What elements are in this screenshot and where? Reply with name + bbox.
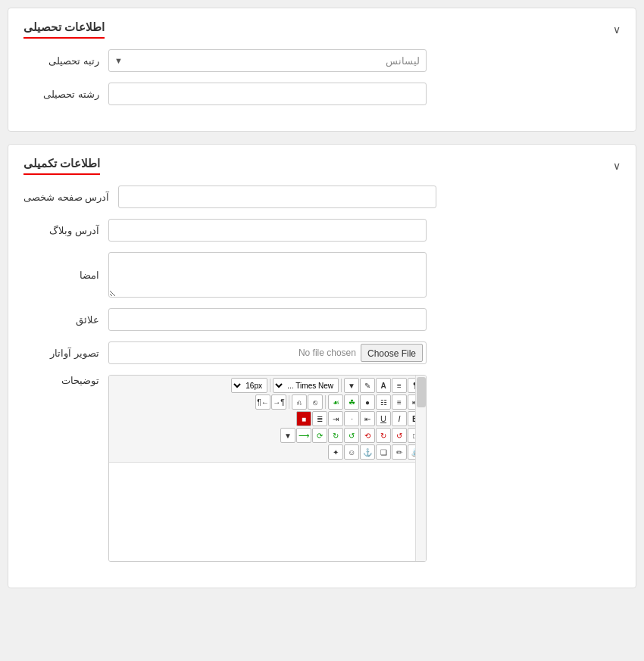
editor-content-area xyxy=(109,463,426,561)
undo1-btn[interactable]: ↺ xyxy=(392,428,407,443)
undo2-btn[interactable]: ↻ xyxy=(376,428,391,443)
more-btn[interactable]: ▼ xyxy=(280,428,295,443)
signature-row: امضا xyxy=(23,252,621,298)
educational-section: ∨ اطلاعات تحصیلی لیسانس فوق لیسانس دکترا… xyxy=(8,8,636,132)
rank-select-wrapper: لیسانس فوق لیسانس دکترا دیپلم ▼ xyxy=(108,49,427,72)
editor-content[interactable] xyxy=(109,463,426,561)
indent-btn[interactable]: ¶→ xyxy=(271,394,286,410)
educational-section-header: ∨ اطلاعات تحصیلی xyxy=(23,20,621,39)
special-btn[interactable]: ✦ xyxy=(328,444,343,460)
interests-input[interactable] xyxy=(108,308,427,331)
toolbar-row-3: B I U ⇤ ⋅ ⇥ ≣ ■ xyxy=(112,411,423,426)
blocks-btn[interactable]: ≡ xyxy=(392,378,407,393)
no-file-text: No file chosen xyxy=(299,348,356,358)
ordered-list-btn[interactable]: ☷ xyxy=(376,394,391,410)
supplementary-section-title: اطلاعات تکمیلی xyxy=(23,157,100,175)
font-color-btn[interactable]: A xyxy=(376,378,391,393)
anchor-btn[interactable]: ⚓ xyxy=(360,444,375,460)
resize-btn[interactable]: ❏ xyxy=(376,444,391,460)
interests-label: علائق xyxy=(23,314,99,326)
image1-btn[interactable]: ☘ xyxy=(344,394,359,410)
redo1-btn[interactable]: ↺ xyxy=(344,428,359,443)
avatar-row: Choose File No file chosen تصویر آواتار xyxy=(23,341,621,364)
redo4-btn[interactable]: ⟶ xyxy=(296,428,311,443)
redo2-btn[interactable]: ↻ xyxy=(328,428,343,443)
rank-select[interactable]: لیسانس فوق لیسانس دکترا دیپلم xyxy=(108,49,427,72)
key2-btn[interactable]: ⎌ xyxy=(292,394,307,410)
unordered-list-btn[interactable]: ● xyxy=(360,394,375,410)
toolbar-sep-3 xyxy=(325,395,326,409)
image2-btn[interactable]: ☙ xyxy=(328,394,343,410)
rich-text-editor: ¶ ≡ A ✎ ▼ Times New ... 16px ⇤ xyxy=(108,375,427,562)
scrollbar-thumb xyxy=(417,377,426,407)
supplementary-section-header: ∨ اطلاعات تکمیلی xyxy=(23,157,621,175)
highlight-btn[interactable]: ■ xyxy=(296,411,311,426)
avatar-label: تصویر آواتار xyxy=(23,348,99,359)
align-left2-btn[interactable]: ⇤ xyxy=(360,411,375,426)
toolbar-sep-1 xyxy=(341,379,342,392)
supplementary-section: ∨ اطلاعات تکمیلی آدرس صفحه شخصی آدرس وبل… xyxy=(8,144,636,588)
interests-row: علائق xyxy=(23,308,621,331)
toolbar-row-5: ⛲ ✏ ❏ ⚓ ☺ ✦ xyxy=(112,444,423,460)
personal-page-input[interactable] xyxy=(118,186,436,208)
editor-scrollbar[interactable] xyxy=(415,376,426,561)
major-input[interactable] xyxy=(108,83,427,105)
toolbar-row-4: □ ↺ ↻ ⟲ ↺ ↻ ⟳ ⟶ ▼ xyxy=(112,428,423,443)
file-input-wrapper: Choose File No file chosen xyxy=(108,341,427,364)
rank-label: رتبه تحصیلی xyxy=(23,55,99,67)
supplementary-chevron[interactable]: ∨ xyxy=(613,160,621,172)
rank-row: لیسانس فوق لیسانس دکترا دیپلم ▼ رتبه تحص… xyxy=(23,49,621,72)
toolbar-row-1: ¶ ≡ A ✎ ▼ Times New ... 16px xyxy=(112,378,423,393)
toolbar-sep-4 xyxy=(289,395,289,409)
highlight-color-btn[interactable]: ✎ xyxy=(360,378,375,393)
toolbar-row-2: ⇤ ≡ ☷ ● ☘ ☙ ⎋ ⎌ ¶→ ←¶ xyxy=(112,394,423,410)
smiley-btn[interactable]: ☺ xyxy=(344,444,359,460)
italic-btn[interactable]: I xyxy=(392,411,407,426)
align-center-btn2[interactable]: ≡ xyxy=(392,394,407,410)
outdent-btn[interactable]: ←¶ xyxy=(255,394,270,410)
educational-section-title: اطلاعات تحصیلی xyxy=(23,20,105,39)
signature-label: امضا xyxy=(23,270,99,281)
major-label: رشته تحصیلی xyxy=(23,89,99,100)
choose-file-button[interactable]: Choose File xyxy=(361,344,423,362)
blog-label: آدرس وبلاگ xyxy=(23,225,99,236)
undo3-btn[interactable]: ⟲ xyxy=(360,428,375,443)
redo3-btn[interactable]: ⟳ xyxy=(312,428,327,443)
blog-input[interactable] xyxy=(108,219,427,242)
clip-btn[interactable]: ✏ xyxy=(392,444,407,460)
description-label: توضیحات xyxy=(23,375,99,386)
align-right2-btn[interactable]: ⇥ xyxy=(328,411,343,426)
blog-row: آدرس وبلاگ xyxy=(23,219,621,242)
personal-page-label: آدرس صفحه شخصی xyxy=(23,192,109,203)
personal-page-row: آدرس صفحه شخصی xyxy=(23,186,621,208)
align-center2-btn[interactable]: ⋅ xyxy=(344,411,359,426)
color-dropdown-btn[interactable]: ▼ xyxy=(344,378,359,393)
signature-textarea[interactable] xyxy=(108,252,427,298)
font-family-select[interactable]: Times New ... xyxy=(273,378,339,393)
underline-btn[interactable]: U xyxy=(376,411,391,426)
toolbar-sep-2 xyxy=(270,379,270,392)
key1-btn[interactable]: ⎋ xyxy=(308,394,323,410)
editor-toolbar: ¶ ≡ A ✎ ▼ Times New ... 16px ⇤ xyxy=(109,376,426,463)
font-size-select[interactable]: 16px xyxy=(231,378,267,393)
educational-chevron[interactable]: ∨ xyxy=(613,23,621,36)
justify-btn[interactable]: ≣ xyxy=(312,411,327,426)
description-row: ¶ ≡ A ✎ ▼ Times New ... 16px ⇤ xyxy=(23,375,621,562)
major-row: رشته تحصیلی xyxy=(23,83,621,105)
